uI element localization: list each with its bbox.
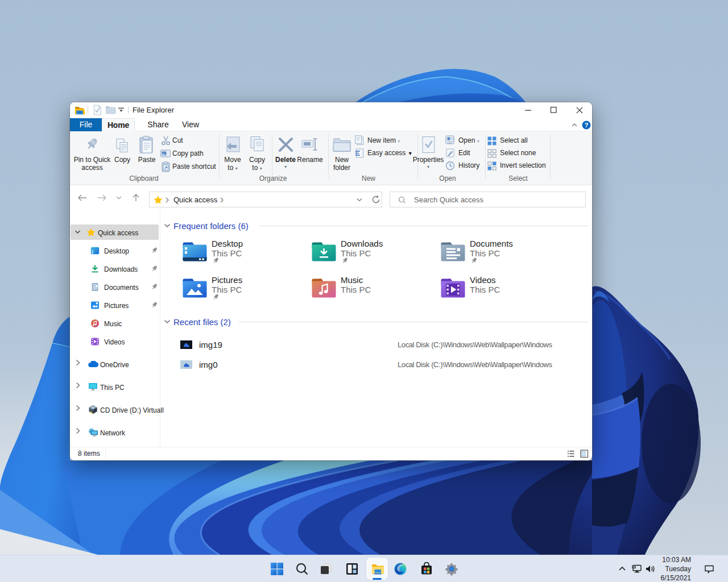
svg-text:?: ?	[585, 122, 589, 128]
svg-text:w..: w..	[162, 152, 167, 156]
